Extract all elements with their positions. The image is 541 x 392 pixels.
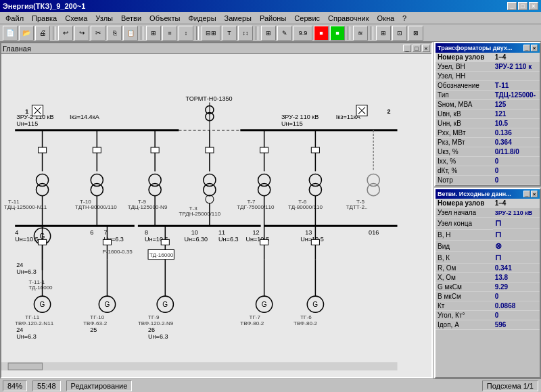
tb-open[interactable]: 📂: [19, 26, 34, 41]
schematic-content[interactable]: ЗРУ-2 110 кВ Uн=115 Iкз=14.4кА 1 ЗРУ-2 1…: [1, 54, 431, 377]
svg-text:8: 8: [145, 229, 148, 236]
close-btn[interactable]: ×: [529, 2, 538, 10]
branch-kt-label: Кт: [436, 301, 493, 311]
tb-btn13[interactable]: ⊞: [376, 26, 391, 41]
tb-btn15[interactable]: ⊠: [408, 26, 423, 41]
svg-text:11: 11: [218, 229, 225, 236]
menu-objects[interactable]: Объекты: [145, 14, 184, 23]
menu-service[interactable]: Сервис: [290, 14, 324, 23]
branch-kt-value: 0.0868: [493, 301, 540, 311]
main-area: Главная _ □ × ЗРУ-2 110 кВ Uн=115: [0, 42, 541, 378]
transformer-uvn-row: Uвн, кВ 121: [436, 109, 540, 119]
svg-text:ТОРМТ-Н0-1350: ТОРМТ-Н0-1350: [186, 95, 233, 102]
schematic-maximize[interactable]: □: [413, 45, 421, 52]
branch-vid-row: Вид ⊗: [436, 241, 540, 252]
tb-btn3[interactable]: ↕: [179, 26, 193, 41]
transformer-dkt-label: dКт, %: [436, 166, 493, 176]
transformer-pxx-value: 0.136: [493, 128, 540, 138]
svg-text:Uн=115: Uн=115: [16, 120, 38, 127]
transformer-unn-row: Uнн, кВ 10.5: [436, 119, 540, 128]
tb-print[interactable]: 🖨: [35, 26, 50, 41]
svg-text:Uн=6.30: Uн=6.30: [185, 236, 208, 243]
tb-btn2[interactable]: ≡: [162, 26, 177, 41]
transformer-snom-label: Sном, МВА: [436, 100, 493, 109]
bp-close[interactable]: ×: [531, 191, 538, 197]
menu-measurements[interactable]: Замеры: [220, 14, 256, 23]
transformer-ukz-value: 0/11.8/0: [493, 147, 540, 157]
tb-undo[interactable]: ↩: [58, 26, 73, 41]
menu-edit[interactable]: Правка: [28, 14, 61, 23]
schematic-title: Главная: [3, 45, 31, 53]
svg-point-59: [258, 184, 270, 196]
transformer-unn-value: 10.5: [493, 119, 540, 128]
menu-feeders[interactable]: Фидеры: [184, 14, 220, 23]
tb-paste[interactable]: 📋: [123, 26, 138, 41]
zoom-section: 84%: [3, 381, 27, 391]
svg-text:ТВФ-120-2-N11: ТВФ-120-2-N11: [15, 320, 53, 326]
svg-text:Uн=6.3: Uн=6.3: [16, 333, 36, 340]
minimize-btn[interactable]: _: [507, 2, 517, 10]
menu-nodes[interactable]: Узлы: [91, 14, 117, 23]
schematic-minimize[interactable]: _: [403, 45, 411, 52]
substations-value: Подсхема 1/1: [487, 382, 534, 390]
branch-info-table: Номера узлов 1–4 Узел начала 3РУ-2 110 к…: [436, 199, 540, 330]
bp-minimize[interactable]: _: [523, 191, 530, 197]
tb-btn7[interactable]: ⊞: [261, 26, 276, 41]
menu-schema[interactable]: Схема: [61, 14, 91, 23]
svg-text:ТРДН-25000/110: ТРДН-25000/110: [179, 211, 220, 217]
svg-text:24: 24: [16, 326, 23, 333]
tb-cut[interactable]: ✂: [91, 26, 105, 41]
branch-start-value: 3РУ-2 110 кВ: [493, 208, 540, 218]
transformer-ixx-row: Iхх, % 0: [436, 157, 540, 166]
transformer-ixx-label: Iхх, %: [436, 157, 493, 166]
transformer-pkz-value: 0.364: [493, 138, 540, 147]
menu-file[interactable]: Файл: [1, 14, 28, 23]
svg-rect-130: [39, 239, 47, 245]
tb-copy[interactable]: ⎘: [107, 26, 122, 41]
tb-btn6[interactable]: ↕↕: [238, 26, 253, 41]
tb-btn12[interactable]: ≋: [353, 26, 368, 41]
svg-text:25: 25: [90, 326, 97, 333]
tb-btn4[interactable]: ⊟⊞: [202, 26, 220, 41]
menu-branches[interactable]: Ветви: [117, 14, 145, 23]
transformer-panel-label: Трансформаторы двух...: [438, 45, 512, 51]
branch-idop-row: Iдоп, А 596: [436, 320, 540, 330]
tb-btn10[interactable]: ■: [314, 26, 329, 41]
tb-btn8[interactable]: ✎: [277, 26, 292, 41]
tb-btn5[interactable]: T: [222, 26, 237, 41]
menu-districts[interactable]: Районы: [256, 14, 290, 23]
mode-value: Редактирование: [71, 382, 128, 390]
transformer-header: Номера узлов 1–4: [436, 53, 540, 62]
menu-reference[interactable]: Справочник: [324, 14, 373, 23]
tb-new[interactable]: 📄: [3, 26, 18, 41]
svg-text:13: 13: [305, 229, 312, 236]
tp-minimize[interactable]: _: [523, 45, 530, 51]
tb-btn11[interactable]: ■: [330, 26, 345, 41]
tb-btn9[interactable]: 9.9: [293, 26, 312, 41]
transformer-pkz-row: Ркз, МВт 0.364: [436, 138, 540, 147]
tb-btn1[interactable]: ⊞: [146, 26, 161, 41]
svg-text:016: 016: [369, 229, 379, 236]
transformer-notr-label: Nотр: [436, 176, 493, 185]
branch-panel: Ветви. Исходные данн... _ × Номера узлов…: [434, 188, 541, 378]
transformer-unn-label: Uнн, кВ: [436, 119, 493, 128]
transformer-ukz-row: Uкз, % 0/11.8/0: [436, 147, 540, 157]
svg-text:1: 1: [25, 108, 28, 115]
svg-rect-140: [1, 362, 398, 370]
svg-text:6: 6: [90, 229, 93, 236]
transformer-pxx-row: Рхх, МВт 0.136: [436, 128, 540, 138]
maximize-btn[interactable]: □: [518, 2, 527, 10]
tb-btn14[interactable]: ⊡: [392, 26, 407, 41]
tb-sep3: [196, 26, 199, 40]
svg-text:ТВФ-63-2: ТВФ-63-2: [83, 320, 108, 326]
svg-rect-45: [206, 147, 214, 153]
schematic-close[interactable]: ×: [422, 45, 430, 52]
transformer-type-label: Тип: [436, 91, 493, 100]
svg-point-58: [258, 174, 270, 186]
branch-panel-label: Ветви. Исходные данн...: [438, 191, 511, 197]
tb-redo[interactable]: ↪: [74, 26, 89, 41]
transformer-oboz-row: Обозначение Т-11: [436, 81, 540, 91]
menu-windows[interactable]: Окна: [373, 14, 399, 23]
tp-close[interactable]: ×: [531, 45, 538, 51]
menu-help[interactable]: ?: [398, 14, 410, 23]
